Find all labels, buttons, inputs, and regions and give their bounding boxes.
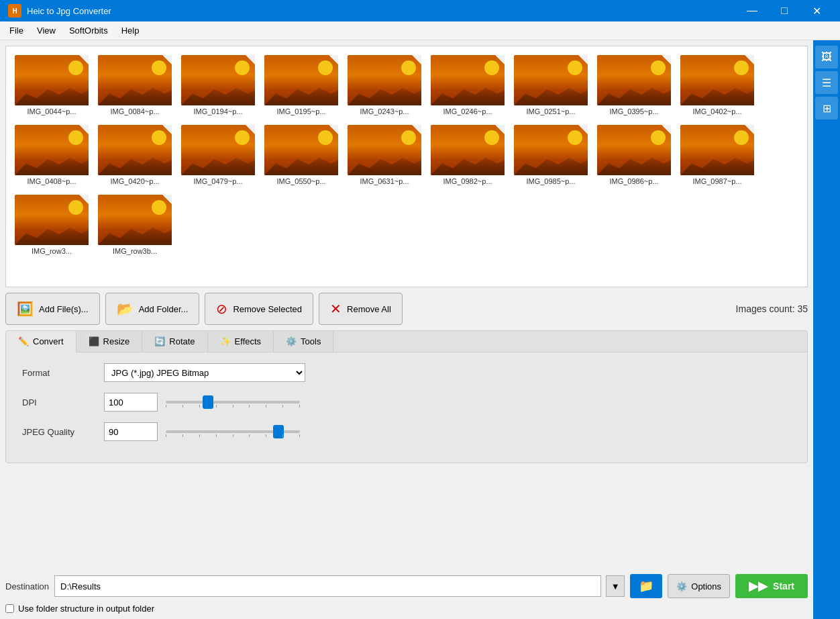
add-folder-button[interactable]: 📂 Add Folder... <box>105 293 200 325</box>
tab-tools[interactable]: ⚙️ Tools <box>274 331 333 352</box>
thumbnail-image <box>98 195 172 245</box>
thumbnail-wrapper <box>431 55 505 105</box>
thumbnail-label: IMG_0986~p... <box>609 177 658 185</box>
thumbnail-image <box>680 125 754 175</box>
thumbnail-label: IMG_0987~p... <box>692 177 741 185</box>
thumbnail-image <box>514 125 588 175</box>
browse-icon: 📁 <box>639 579 653 593</box>
thumbnail-label: IMG_0084~p... <box>110 107 159 115</box>
add-files-button[interactable]: 🖼️ Add File(s)... <box>5 293 100 325</box>
thumbnail-item[interactable]: IMG_0395~p... <box>594 52 674 119</box>
thumbnail-label: IMG_row3... <box>32 247 72 255</box>
folder-icon: 📂 <box>117 301 134 317</box>
start-button[interactable]: ▶▶ Start <box>735 574 808 598</box>
thumbnail-wrapper <box>15 195 89 245</box>
thumbnail-wrapper <box>15 55 89 105</box>
thumbnail-image <box>431 125 505 175</box>
thumbnail-image <box>264 125 338 175</box>
thumbnail-item[interactable]: IMG_0246~p... <box>427 52 508 119</box>
thumbnail-item[interactable]: IMG_0986~p... <box>594 122 674 189</box>
jpeg-quality-row: JPEG Quality <box>22 422 791 441</box>
thumbnail-item[interactable]: IMG_0243~p... <box>344 52 425 119</box>
tab-convert[interactable]: ✏️ Convert <box>6 331 76 352</box>
title-bar: H Heic to Jpg Converter — □ ✕ <box>0 0 840 21</box>
maximize-button[interactable]: □ <box>769 0 800 21</box>
tools-tab-icon: ⚙️ <box>286 336 297 346</box>
thumbnail-item[interactable]: IMG_0408~p... <box>11 122 92 189</box>
thumbnail-image <box>348 125 421 175</box>
minimize-button[interactable]: — <box>737 0 768 21</box>
thumbnail-wrapper <box>680 55 754 105</box>
toolbar: 🖼️ Add File(s)... 📂 Add Folder... ⊘ Remo… <box>5 293 808 325</box>
remove-selected-button[interactable]: ⊘ Remove Selected <box>205 293 313 325</box>
grid-view-button[interactable]: ⊞ <box>815 97 838 120</box>
jpeg-quality-slider-track[interactable] <box>166 430 300 433</box>
destination-input[interactable] <box>54 575 601 597</box>
thumbnail-image <box>181 125 255 175</box>
thumbnail-item[interactable]: IMG_0479~p... <box>178 122 258 189</box>
jpeg-quality-slider-container <box>166 430 300 433</box>
jpeg-quality-input[interactable] <box>104 422 158 441</box>
thumbnail-label: IMG_0479~p... <box>193 177 242 185</box>
thumbnail-item[interactable]: IMG_0044~p... <box>11 52 92 119</box>
thumbnail-item[interactable]: IMG_0195~p... <box>261 52 342 119</box>
tab-resize[interactable]: ⬛ Resize <box>76 331 143 352</box>
thumbnail-label: IMG_0550~p... <box>276 177 325 185</box>
tab-rotate[interactable]: 🔄 Rotate <box>142 331 207 352</box>
effects-tab-icon: ✨ <box>220 336 231 346</box>
remove-all-button[interactable]: ✕ Remove All <box>319 293 403 325</box>
remove-all-icon: ✕ <box>330 301 342 317</box>
thumbnail-item[interactable]: IMG_0987~p... <box>677 122 757 189</box>
thumbnail-label: IMG_0985~p... <box>526 177 575 185</box>
window-controls: — □ ✕ <box>737 0 832 21</box>
format-label: Format <box>22 368 96 378</box>
format-select[interactable]: JPG (*.jpg) JPEG Bitmap PNG (*.png) Port… <box>104 363 305 382</box>
thumbnail-wrapper <box>181 55 255 105</box>
thumbnail-item[interactable]: IMG_0631~p... <box>344 122 425 189</box>
thumbnail-image <box>15 195 89 245</box>
thumbnail-item[interactable]: IMG_0550~p... <box>261 122 342 189</box>
thumbnail-wrapper <box>15 125 89 175</box>
thumbnail-image <box>680 55 754 105</box>
thumbnail-item[interactable]: IMG_0982~p... <box>427 122 508 189</box>
dpi-slider-track[interactable] <box>166 401 300 403</box>
thumbnail-item[interactable]: IMG_row3... <box>11 191 92 258</box>
thumbnail-item[interactable]: IMG_0251~p... <box>511 52 591 119</box>
thumbnail-item[interactable]: IMG_0084~p... <box>95 52 175 119</box>
thumbnail-wrapper <box>514 125 588 175</box>
tab-panel: ✏️ Convert ⬛ Resize 🔄 Rotate ✨ Effects ⚙… <box>5 330 808 463</box>
jpeg-quality-label: JPEG Quality <box>22 427 96 437</box>
add-files-icon: 🖼️ <box>17 301 34 317</box>
remove-selected-icon: ⊘ <box>216 301 227 317</box>
thumbnail-label: IMG_0246~p... <box>443 107 492 115</box>
menu-file[interactable]: File <box>3 23 30 38</box>
thumbnail-grid[interactable]: IMG_0044~p... IMG_0084~p... IMG_0194~p..… <box>5 46 808 287</box>
thumbnail-item[interactable]: IMG_0402~p... <box>677 52 757 119</box>
menu-softorbits[interactable]: SoftOrbits <box>62 23 115 38</box>
thumbnail-wrapper <box>348 125 421 175</box>
list-view-button[interactable]: ☰ <box>815 71 838 94</box>
close-button[interactable]: ✕ <box>801 0 832 21</box>
menu-view[interactable]: View <box>30 23 62 38</box>
folder-structure-checkbox[interactable] <box>5 604 14 613</box>
thumbnail-wrapper <box>264 55 338 105</box>
dpi-input[interactable] <box>104 393 158 412</box>
app-title: Heic to Jpg Converter <box>27 6 737 16</box>
thumbnail-view-button[interactable]: 🖼 <box>815 46 838 68</box>
thumbnail-item[interactable]: IMG_0420~p... <box>95 122 175 189</box>
thumbnail-wrapper <box>98 195 172 245</box>
destination-browse-button[interactable]: 📁 <box>630 574 662 598</box>
convert-tab-icon: ✏️ <box>18 336 29 346</box>
thumbnail-label: IMG_row3b... <box>113 247 157 255</box>
thumbnail-label: IMG_0402~p... <box>692 107 741 115</box>
destination-dropdown-button[interactable]: ▼ <box>606 575 625 597</box>
thumbnail-label: IMG_0408~p... <box>27 177 76 185</box>
menu-help[interactable]: Help <box>115 23 146 38</box>
thumbnail-item[interactable]: IMG_row3b... <box>95 191 175 258</box>
options-button[interactable]: ⚙️ Options <box>668 574 730 598</box>
thumbnail-item[interactable]: IMG_0985~p... <box>511 122 591 189</box>
thumbnail-label: IMG_0194~p... <box>193 107 242 115</box>
thumbnail-item[interactable]: IMG_0194~p... <box>178 52 258 119</box>
thumbnail-wrapper <box>514 55 588 105</box>
tab-effects[interactable]: ✨ Effects <box>208 331 274 352</box>
